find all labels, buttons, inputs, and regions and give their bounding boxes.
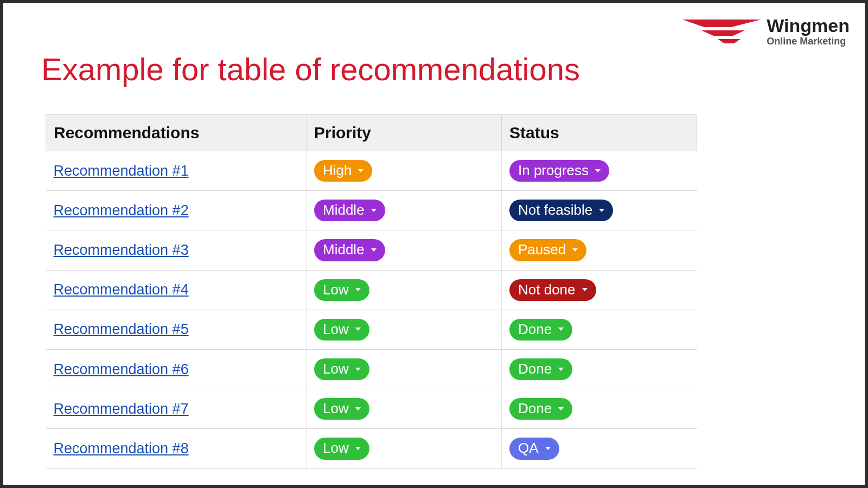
recommendation-link[interactable]: Recommendation #3 <box>54 242 189 258</box>
recommendation-link[interactable]: Recommendation #8 <box>54 440 189 457</box>
priority-label: Low <box>323 361 349 377</box>
brand-name: Wingmen <box>767 16 850 35</box>
status-pill[interactable]: Done <box>509 319 572 341</box>
priority-label: Low <box>323 440 349 457</box>
priority-label: Low <box>323 321 349 338</box>
status-label: Not done <box>518 281 576 298</box>
status-label: Done <box>518 400 552 417</box>
status-pill[interactable]: In progress <box>509 160 609 182</box>
table-row: Recommendation #8LowQA <box>46 429 697 468</box>
status-label: In progress <box>518 162 589 179</box>
chevron-down-icon <box>558 368 564 371</box>
priority-label: Low <box>323 400 349 417</box>
chevron-down-icon <box>358 169 363 172</box>
status-label: Done <box>518 361 552 377</box>
chevron-down-icon <box>595 169 601 172</box>
status-pill[interactable]: Not done <box>509 279 596 301</box>
status-pill[interactable]: Done <box>509 398 572 420</box>
priority-label: High <box>323 162 352 179</box>
table-row: Recommendation #2MiddleNot feasible <box>46 191 697 230</box>
table-row: Recommendation #4LowNot done <box>46 270 697 310</box>
chevron-down-icon <box>371 209 376 212</box>
recommendation-link[interactable]: Recommendation #1 <box>54 163 189 179</box>
table-row: Recommendation #3MiddlePaused <box>46 230 697 270</box>
table-row: Recommendation #1HighIn progress <box>46 151 697 191</box>
chevron-down-icon <box>599 209 604 212</box>
recommendation-link[interactable]: Recommendation #2 <box>54 202 189 219</box>
chevron-down-icon <box>371 248 376 252</box>
col-header-status: Status <box>502 115 697 151</box>
priority-pill[interactable]: High <box>314 160 372 182</box>
chevron-down-icon <box>558 407 564 410</box>
chevron-down-icon <box>355 407 361 410</box>
recommendation-link[interactable]: Recommendation #6 <box>54 361 189 377</box>
page-title: Example for table of recommendations <box>41 51 580 87</box>
priority-label: Low <box>323 281 349 298</box>
chevron-down-icon <box>558 328 564 331</box>
recommendation-link[interactable]: Recommendation #4 <box>54 281 189 298</box>
wing-icon <box>680 15 761 48</box>
status-label: Not feasible <box>518 202 592 219</box>
chevron-down-icon <box>355 368 361 371</box>
table-row: Recommendation #6LowDone <box>46 349 697 389</box>
table-row: Recommendation #7LowDone <box>46 389 697 429</box>
priority-pill[interactable]: Low <box>314 358 369 380</box>
priority-label: Middle <box>323 202 365 219</box>
recommendation-link[interactable]: Recommendation #7 <box>54 401 189 417</box>
status-pill[interactable]: Not feasible <box>509 200 613 221</box>
status-label: Paused <box>518 241 566 258</box>
chevron-down-icon <box>355 447 361 450</box>
priority-pill[interactable]: Low <box>314 398 369 420</box>
chevron-down-icon <box>545 447 551 450</box>
status-label: QA <box>518 440 539 457</box>
chevron-down-icon <box>572 248 578 252</box>
priority-pill[interactable]: Middle <box>314 200 385 221</box>
col-header-recommendations: Recommendations <box>46 115 307 151</box>
chevron-down-icon <box>355 288 361 291</box>
priority-pill[interactable]: Low <box>314 319 369 341</box>
status-label: Done <box>518 321 552 338</box>
col-header-priority: Priority <box>307 115 502 151</box>
priority-label: Middle <box>323 241 365 258</box>
chevron-down-icon <box>355 328 361 331</box>
priority-pill[interactable]: Low <box>314 438 369 459</box>
status-pill[interactable]: Paused <box>509 239 586 261</box>
chevron-down-icon <box>582 288 588 291</box>
status-pill[interactable]: QA <box>509 438 559 459</box>
table-row: Recommendation #5LowDone <box>46 310 697 349</box>
brand-logo: Wingmen Online Marketing <box>680 15 850 48</box>
priority-pill[interactable]: Middle <box>314 239 385 261</box>
recommendation-link[interactable]: Recommendation #5 <box>54 321 189 337</box>
status-pill[interactable]: Done <box>509 358 572 380</box>
brand-tagline: Online Marketing <box>767 36 850 47</box>
priority-pill[interactable]: Low <box>314 279 369 301</box>
recommendations-table: Recommendations Priority Status Recommen… <box>46 114 697 469</box>
